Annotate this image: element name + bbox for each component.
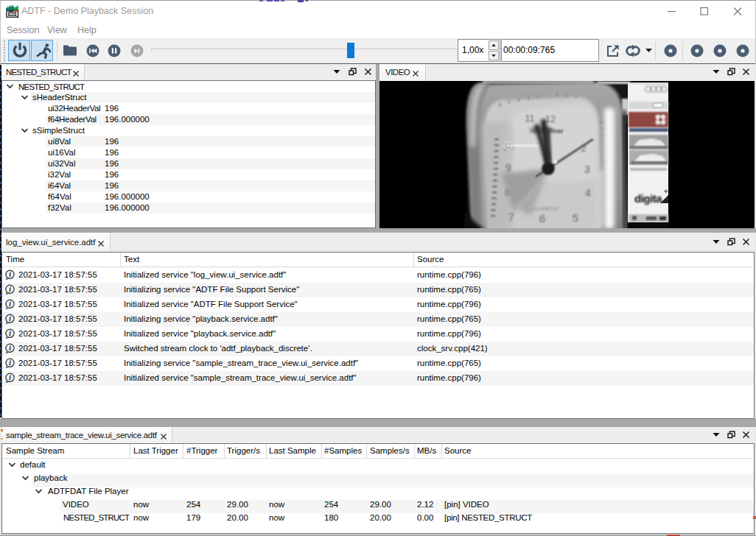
- svg-text:7: 7: [508, 211, 514, 223]
- svg-text:i: i: [9, 345, 11, 352]
- svg-text:4: 4: [585, 187, 591, 199]
- svg-text:5: 5: [573, 211, 578, 224]
- svg-text:9: 9: [505, 162, 511, 174]
- svg-text:QUARTZ: QUARTZ: [531, 205, 559, 212]
- svg-text:3: 3: [584, 163, 590, 175]
- svg-text:ffner: ffner: [550, 127, 564, 135]
- svg-text:i: i: [9, 359, 11, 367]
- svg-text:12: 12: [545, 113, 556, 124]
- svg-text:i: i: [9, 271, 11, 278]
- svg-text:i: i: [9, 330, 11, 337]
- svg-text:i: i: [9, 286, 11, 293]
- svg-text:i: i: [9, 300, 11, 308]
- svg-text:11: 11: [525, 113, 535, 124]
- svg-text:6: 6: [539, 212, 545, 225]
- svg-text:i: i: [9, 315, 11, 322]
- svg-text:digita: digita: [634, 192, 662, 205]
- svg-text:i: i: [9, 374, 11, 381]
